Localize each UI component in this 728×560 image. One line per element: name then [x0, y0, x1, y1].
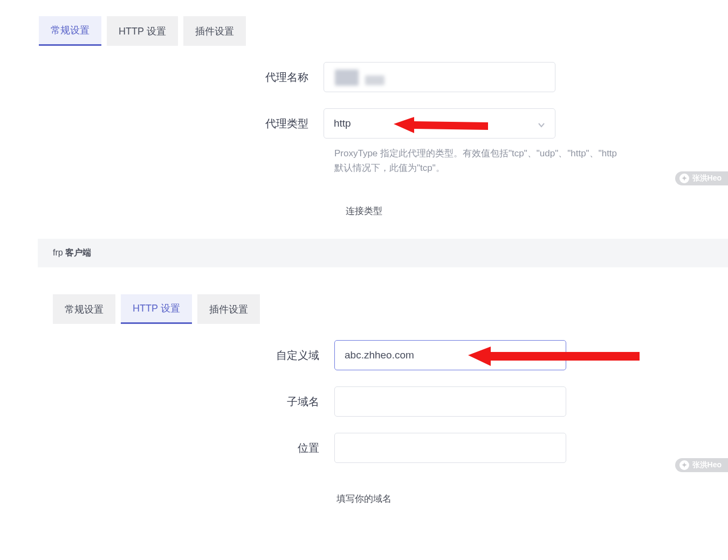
tab-general-2[interactable]: 常规设置: [53, 294, 115, 324]
tab-http[interactable]: HTTP 设置: [107, 16, 178, 46]
watermark-icon: ✦: [679, 460, 689, 470]
custom-domain-input[interactable]: [334, 340, 566, 370]
caption-connection-type: 连接类型: [0, 205, 728, 217]
panel-header-frp-client: frp 客户端: [38, 239, 728, 267]
tab-plugin-2[interactable]: 插件设置: [197, 294, 260, 324]
watermark-badge-1: ✦ 张洪Heo: [675, 171, 728, 185]
watermark-badge-2: ✦ 张洪Heo: [675, 458, 728, 472]
proxy-name-input[interactable]: [324, 62, 555, 92]
watermark-icon: ✦: [679, 174, 689, 183]
location-input[interactable]: [334, 433, 566, 463]
proxy-type-hint: ProxyType 指定此代理的类型。有效值包括"tcp"、"udp"、"htt…: [334, 146, 728, 175]
location-label: 位置: [0, 441, 334, 455]
row-location: 位置: [0, 433, 728, 463]
subdomain-label: 子域名: [0, 395, 334, 409]
section-custom-domain: frp 客户端 常规设置 HTTP 设置 插件设置 自定义域 子域名: [0, 239, 728, 505]
section-connection-type: 常规设置 HTTP 设置 插件设置 代理名称 代理类型 http: [0, 0, 728, 217]
chevron-down-icon: [538, 120, 545, 127]
row-subdomain: 子域名: [0, 386, 728, 417]
proxy-type-value: http: [334, 117, 351, 129]
custom-domain-label: 自定义域: [0, 348, 334, 363]
caption-fill-domain: 填写你的域名: [0, 493, 728, 505]
tab-http-2[interactable]: HTTP 设置: [121, 294, 192, 324]
tabs-section2: 常规设置 HTTP 设置 插件设置: [0, 267, 728, 324]
tab-plugin[interactable]: 插件设置: [183, 16, 246, 46]
tabs-section1: 常规设置 HTTP 设置 插件设置: [0, 0, 728, 46]
proxy-type-label: 代理类型: [0, 116, 324, 131]
redacted-proxy-name: [324, 63, 555, 93]
proxy-name-label: 代理名称: [0, 70, 324, 85]
row-proxy-name: 代理名称: [0, 62, 728, 92]
row-proxy-type: 代理类型 http: [0, 108, 728, 139]
row-custom-domain: 自定义域: [0, 340, 728, 370]
subdomain-input[interactable]: [334, 386, 566, 417]
proxy-type-select[interactable]: http: [324, 108, 555, 139]
tab-general[interactable]: 常规设置: [39, 16, 101, 46]
